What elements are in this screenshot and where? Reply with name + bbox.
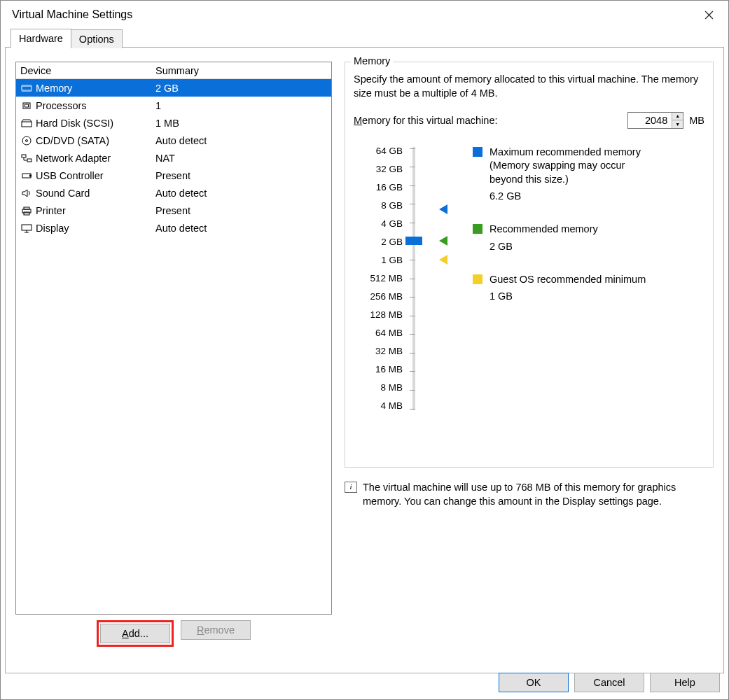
memory-legend: Maximum recommended memory (Memory swapp… [473, 146, 655, 412]
device-table-header: Device Summary [16, 62, 331, 79]
device-name: Sound Card [36, 188, 90, 199]
info-icon: i [345, 482, 357, 493]
device-row[interactable]: USB ControllerPresent [16, 167, 331, 184]
device-name: Printer [36, 205, 66, 216]
device-summary: Present [155, 205, 327, 216]
device-table: Device Summary Memory2 GBProcessors1Hard… [15, 62, 332, 615]
legend-swatch-max [473, 147, 482, 157]
device-summary: Present [155, 170, 327, 181]
slider-thumb-icon[interactable] [405, 237, 422, 245]
disk-icon [20, 118, 33, 129]
memory-spinner[interactable]: ▲ ▼ [627, 112, 683, 129]
memory-input[interactable] [628, 113, 672, 128]
device-name: Display [36, 223, 69, 234]
device-row[interactable]: Hard Disk (SCSI)1 MB [16, 114, 331, 132]
svg-rect-6 [22, 155, 26, 158]
svg-rect-9 [29, 174, 32, 176]
svg-rect-1 [23, 103, 30, 108]
device-summary: Auto detect [155, 135, 327, 146]
device-row[interactable]: PrinterPresent [16, 202, 331, 219]
slider-tick-label: 256 MB [359, 291, 403, 302]
memory-group-title: Memory [351, 55, 393, 66]
memory-unit: MB [689, 115, 704, 126]
tab-strip: Hardware Options [11, 29, 728, 48]
header-summary[interactable]: Summary [155, 65, 327, 76]
device-name: Memory [36, 83, 72, 94]
cancel-button[interactable]: Cancel [574, 673, 644, 692]
slider-tick-label: 2 GB [359, 237, 403, 247]
spinner-up-icon[interactable]: ▲ [672, 113, 683, 121]
device-row[interactable]: Processors1 [16, 97, 331, 114]
svg-rect-11 [24, 207, 29, 209]
tab-hardware[interactable]: Hardware [11, 29, 71, 48]
memory-group: Memory Specify the amount of memory allo… [345, 62, 714, 468]
display-icon [20, 223, 33, 234]
slider-tick-label: 32 MB [359, 346, 403, 356]
usb-icon [20, 170, 33, 181]
svg-rect-7 [27, 159, 32, 162]
memory-info-text: The virtual machine will use up to 768 M… [363, 480, 714, 509]
device-summary: 2 GB [155, 83, 327, 94]
close-icon [704, 10, 714, 20]
device-row[interactable]: Network AdapterNAT [16, 149, 331, 167]
legend-rec-value: 2 GB [490, 241, 655, 252]
device-summary: 1 [155, 100, 327, 111]
spinner-down-icon[interactable]: ▼ [672, 120, 683, 128]
device-row[interactable]: Sound CardAuto detect [16, 184, 331, 202]
legend-min-label: Guest OS recommended minimum [490, 273, 646, 287]
memory-input-label: Memory for this virtual machine: [354, 115, 498, 126]
net-icon [20, 153, 33, 164]
device-name: Hard Disk (SCSI) [36, 118, 113, 129]
slider-tick-label: 1 GB [359, 255, 403, 265]
device-name: CD/DVD (SATA) [36, 135, 109, 146]
ok-button[interactable]: OK [499, 673, 569, 692]
slider-tick-label: 16 MB [359, 364, 403, 374]
memory-slider[interactable] [410, 146, 424, 412]
legend-max-value: 6.2 GB [490, 190, 655, 202]
add-button[interactable]: Add... [100, 624, 170, 643]
legend-swatch-min [473, 274, 482, 284]
slider-marker-rec-icon [439, 236, 447, 246]
device-summary: 1 MB [155, 118, 327, 129]
tab-options[interactable]: Options [71, 29, 123, 48]
svg-point-4 [22, 136, 31, 145]
slider-marker-maxRec-icon [439, 204, 447, 214]
svg-point-5 [26, 139, 28, 141]
slider-marker-column [431, 146, 452, 412]
slider-tick-label: 512 MB [359, 273, 403, 284]
device-row[interactable]: DisplayAuto detect [16, 219, 331, 237]
device-summary: Auto detect [155, 223, 327, 234]
device-row[interactable]: CD/DVD (SATA)Auto detect [16, 132, 331, 149]
help-button[interactable]: Help [650, 673, 720, 692]
legend-rec-label: Recommended memory [490, 223, 598, 237]
slider-tick-label: 16 GB [359, 182, 403, 192]
legend-swatch-rec [473, 224, 482, 234]
device-name: Network Adapter [36, 153, 111, 164]
remove-button[interactable]: Remove [181, 620, 251, 640]
legend-min-value: 1 GB [490, 290, 655, 302]
slider-marker-min-icon [439, 255, 447, 265]
slider-tick-label: 4 MB [359, 400, 403, 411]
sound-icon [20, 188, 33, 199]
slider-tick-label: 128 MB [359, 309, 403, 320]
svg-rect-0 [22, 86, 32, 90]
device-summary: Auto detect [155, 188, 327, 199]
add-button-highlight: Add... [97, 620, 174, 647]
svg-rect-13 [22, 225, 32, 230]
slider-tick-label: 64 GB [359, 146, 403, 156]
memory-icon [20, 83, 33, 94]
slider-tick-label: 32 GB [359, 164, 403, 174]
header-device[interactable]: Device [20, 65, 155, 76]
cpu-icon [20, 100, 33, 111]
memory-description: Specify the amount of memory allocated t… [354, 72, 704, 101]
device-row[interactable]: Memory2 GB [16, 79, 331, 97]
dialog-buttons: OK Cancel Help [499, 673, 720, 692]
printer-icon [20, 205, 33, 216]
legend-max-label: Maximum recommended memory [490, 146, 655, 160]
slider-tick-label: 8 MB [359, 382, 403, 393]
cd-icon [20, 135, 33, 146]
device-name: USB Controller [36, 170, 104, 181]
svg-rect-2 [25, 104, 29, 107]
slider-tick-label: 4 GB [359, 218, 403, 229]
close-button[interactable] [695, 4, 723, 26]
